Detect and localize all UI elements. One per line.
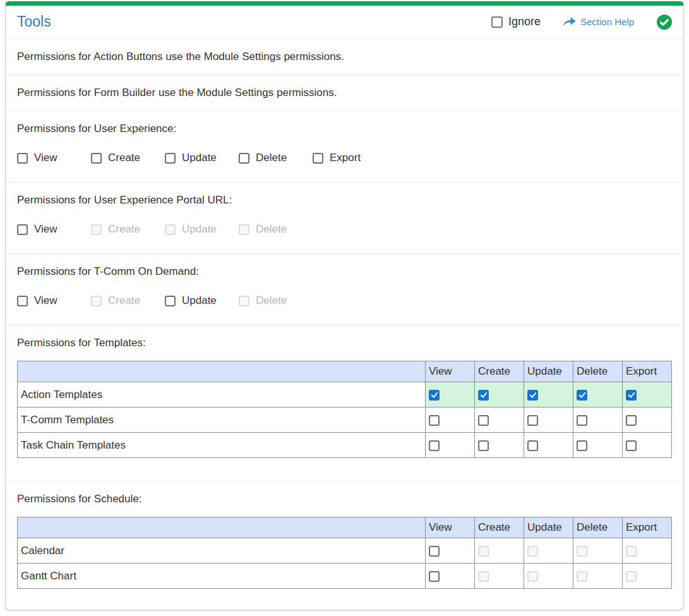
table-header-row: ViewCreateUpdateDeleteExport <box>18 517 672 538</box>
permission-checkbox[interactable] <box>626 440 637 451</box>
permission-cell-update[interactable] <box>524 433 573 458</box>
header-actions: Ignore Section Help <box>491 15 672 30</box>
checkbox-item-view[interactable]: View <box>17 294 91 307</box>
permission-checkbox[interactable] <box>478 415 489 426</box>
permission-checkbox <box>527 571 538 582</box>
permission-checkbox[interactable] <box>527 415 538 426</box>
permission-checkbox[interactable] <box>577 390 587 401</box>
permission-section-schedule: Permissions for Schedule: ViewCreateUpda… <box>6 481 683 598</box>
permission-checkbox[interactable] <box>577 440 587 451</box>
permission-checkbox[interactable] <box>527 440 538 451</box>
permission-checkbox[interactable] <box>17 296 28 306</box>
permission-checkbox[interactable] <box>91 153 102 164</box>
permission-section-templates: Permissions for Templates: ViewCreateUpd… <box>6 325 683 481</box>
checkbox-item-update: Update <box>165 223 239 236</box>
ignore-checkbox[interactable] <box>491 16 503 28</box>
permission-cell-view[interactable] <box>426 538 475 564</box>
permission-checkbox[interactable] <box>626 390 637 401</box>
permission-checkbox[interactable] <box>239 153 249 164</box>
permission-section-tcomm-on-demand: Permissions for T-Comm On Demand: ViewCr… <box>6 254 683 325</box>
checkbox-item-update[interactable]: Update <box>165 152 239 164</box>
templates-permission-table: ViewCreateUpdateDeleteExportAction Templ… <box>17 361 672 458</box>
row-label: Calendar <box>18 538 426 564</box>
column-header-view: View <box>426 517 475 538</box>
status-check-icon <box>657 15 672 30</box>
permission-cell-create <box>475 564 524 589</box>
checkbox-item-create[interactable]: Create <box>91 152 165 164</box>
checkbox-label: Delete <box>256 223 287 236</box>
schedule-permission-table: ViewCreateUpdateDeleteExportCalendarGant… <box>17 517 672 589</box>
checkbox-item-export[interactable]: Export <box>313 152 386 164</box>
permission-checkbox <box>165 224 176 235</box>
permission-checkbox <box>478 546 489 557</box>
permission-cell-update <box>524 538 573 564</box>
column-header-export: Export <box>623 517 672 538</box>
permission-cell-create[interactable] <box>475 382 524 408</box>
permission-cell-view[interactable] <box>426 564 475 589</box>
permission-checkbox[interactable] <box>17 153 28 164</box>
permission-cell-delete[interactable] <box>573 433 623 458</box>
permission-cell-delete[interactable] <box>573 382 623 408</box>
permission-cell-update[interactable] <box>524 408 573 433</box>
table-row: Calendar <box>18 538 672 564</box>
checkbox-label: Delete <box>256 294 287 307</box>
permission-checkbox <box>577 571 587 582</box>
column-header-delete: Delete <box>573 361 623 382</box>
section-title: Permissions for User Experience: <box>17 123 672 135</box>
permission-checkbox[interactable] <box>429 546 440 557</box>
blank-header-cell <box>18 517 426 538</box>
section-title: Permissions for T-Comm On Demand: <box>17 265 672 278</box>
section-title: Permissions for Templates: <box>17 337 672 349</box>
permission-checkbox[interactable] <box>429 390 440 401</box>
permission-checkbox[interactable] <box>313 153 323 164</box>
table-row: Action Templates <box>18 382 672 408</box>
permission-section-user-experience: Permissions for User Experience: ViewCre… <box>6 111 683 183</box>
table-row: Task Chain Templates <box>18 433 672 458</box>
checkbox-row: ViewCreateUpdateDeleteExport <box>17 152 672 164</box>
permission-checkbox[interactable] <box>577 415 587 426</box>
permission-checkbox[interactable] <box>165 153 176 164</box>
column-header-update: Update <box>524 361 573 382</box>
permission-cell-delete[interactable] <box>573 408 623 433</box>
section-help-link[interactable]: Section Help <box>563 16 634 27</box>
column-header-export: Export <box>623 361 672 382</box>
permission-checkbox[interactable] <box>478 390 489 401</box>
table-header-row: ViewCreateUpdateDeleteExport <box>18 361 672 382</box>
column-header-delete: Delete <box>573 517 623 538</box>
tools-section-card: Tools Ignore Section Help Permissions fo… <box>5 1 684 610</box>
permission-cell-view[interactable] <box>426 382 475 408</box>
permission-checkbox <box>239 296 249 306</box>
permission-cell-view[interactable] <box>426 408 475 433</box>
permission-cell-update[interactable] <box>524 382 573 408</box>
permission-checkbox[interactable] <box>17 224 28 235</box>
forward-arrow-icon <box>563 17 576 27</box>
checkbox-row: ViewCreateUpdateDelete <box>17 223 672 236</box>
permission-cell-export[interactable] <box>623 408 672 433</box>
checkbox-item-update[interactable]: Update <box>165 294 239 307</box>
permission-cell-create[interactable] <box>475 408 524 433</box>
permission-checkbox[interactable] <box>429 571 440 582</box>
permission-checkbox[interactable] <box>429 415 440 426</box>
table-row: Gantt Chart <box>18 564 672 589</box>
permission-checkbox[interactable] <box>478 440 489 451</box>
checkbox-label: View <box>34 223 57 236</box>
permission-checkbox[interactable] <box>165 296 176 306</box>
permission-checkbox[interactable] <box>429 440 440 451</box>
checkbox-item-view[interactable]: View <box>17 223 91 236</box>
permission-cell-export[interactable] <box>623 433 672 458</box>
permission-cell-create[interactable] <box>475 433 524 458</box>
permission-checkbox[interactable] <box>527 390 538 401</box>
ignore-checkbox-wrap[interactable]: Ignore <box>491 15 541 28</box>
permission-checkbox <box>527 546 538 557</box>
permission-cell-view[interactable] <box>426 433 475 458</box>
checkbox-label: Update <box>182 152 217 164</box>
ignore-label: Ignore <box>508 15 541 28</box>
note-section-form-builder: Permissions for Form Builder use the Mod… <box>6 75 683 111</box>
checkbox-item-delete[interactable]: Delete <box>239 152 313 164</box>
checkbox-item-view[interactable]: View <box>17 152 91 164</box>
checkbox-label: Update <box>182 294 217 307</box>
permission-checkbox[interactable] <box>626 415 637 426</box>
permission-cell-delete <box>573 564 623 589</box>
note-section-action-buttons: Permissions for Action Buttons use the M… <box>6 39 683 75</box>
permission-cell-export[interactable] <box>623 382 672 408</box>
